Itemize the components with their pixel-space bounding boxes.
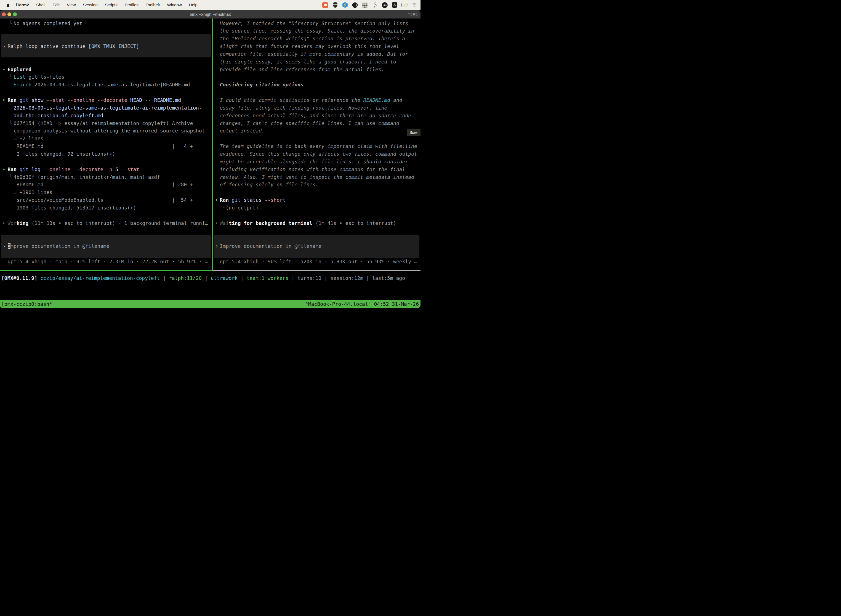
terminal-text-segment: ultrawork — [211, 275, 238, 281]
menu-item-help[interactable]: Help — [185, 0, 201, 10]
terminal-text-segment: this single essay, it seems like a good … — [220, 59, 396, 65]
terminal-text-segment: | turns:10 | session:12m | last:5m ago — [288, 275, 405, 281]
terminal-text-segment: | 54 + — [172, 197, 193, 203]
close-button[interactable] — [2, 12, 6, 16]
terminal-row: and-the-erosion-of-copyleft.md — [13, 112, 103, 119]
terminal-row: However, I noticed the "Directory Struct… — [220, 20, 408, 27]
tmux-pane-divider[interactable] — [212, 19, 213, 270]
terminal-row: 2026-03-09-is-legal-the-same-as-legitima… — [13, 104, 202, 112]
terminal-row: README.md — [16, 181, 44, 189]
menu-item-profiles[interactable]: Profiles — [121, 0, 142, 10]
terminal-content[interactable]: └No agents completed yet›Ralph loop acti… — [0, 19, 420, 270]
screen-share-overlay-button[interactable]: Scre — [407, 129, 420, 136]
apple-menu-icon[interactable] — [4, 3, 12, 7]
terminal-row: might be acceptable alongside the file l… — [220, 158, 408, 166]
terminal-text-segment: 067f154 (HEAD -> essay/ai-reimplementati… — [13, 120, 193, 126]
terminal-row: this single essay, it seems like a good … — [220, 58, 396, 66]
terminal-text-segment: essay file, along with finding root file… — [220, 105, 387, 111]
terminal-row: • — [215, 196, 218, 204]
terminal-text-segment: Ran — [8, 97, 17, 103]
terminal-text-segment: Wor — [8, 220, 17, 226]
terminal-row: 4b9d30f (origin/main, instructkr/main, m… — [13, 173, 160, 181]
a-square-icon[interactable]: A — [392, 2, 397, 8]
terminal-text-segment: … +2 lines — [13, 135, 43, 141]
hex-bolt-icon[interactable]: ⚡ — [342, 2, 348, 8]
terminal-row: └ — [9, 119, 12, 127]
menu-item-shell[interactable]: Shell — [32, 0, 49, 10]
wifi-icon[interactable] — [412, 2, 417, 8]
terminal-text-segment: and — [390, 97, 402, 103]
menu-item-iterm2[interactable]: iTerm2 — [12, 0, 32, 10]
menu-item-scripts[interactable]: Scripts — [101, 0, 121, 10]
terminal-row: output instead. — [220, 127, 265, 135]
terminal-text-segment: I — [8, 243, 11, 249]
squiggle-icon[interactable] — [372, 2, 378, 8]
terminal-text-segment: including verification notes with those … — [220, 166, 405, 172]
terminal-text-segment: Ran — [8, 166, 17, 172]
terminal-text-segment: › — [3, 243, 6, 249]
terminal-text-segment: • — [3, 220, 6, 226]
window-title-bar[interactable]: omx --xhigh --madmax ⌥⌘1 — [0, 10, 420, 19]
dots-grid-icon[interactable] — [362, 2, 368, 8]
menu-item-toolbelt[interactable]: Toolbelt — [142, 0, 164, 10]
terminal-text-segment: 2026-03-09-is-legal-the-same-as-legitima… — [13, 105, 202, 111]
terminal-text-segment: status — [240, 197, 262, 203]
terminal-text-segment: git — [16, 166, 28, 172]
omx-footer-status: [OMX#0.11.9] cczip/essay/ai-reimplementa… — [0, 273, 420, 289]
terminal-row: 2 files changed, 92 insertions(+) — [16, 150, 115, 158]
menu-item-view[interactable]: View — [63, 0, 79, 10]
terminal-row: 067f154 (HEAD -> essay/ai-reimplementati… — [13, 119, 193, 127]
terminal-text-segment: git — [16, 97, 28, 103]
omx-status-line: [OMX#0.11.9] cczip/essay/ai-reimplementa… — [1, 274, 405, 282]
terminal-text-segment: └ — [9, 74, 12, 80]
shield-grid-icon[interactable] — [332, 2, 338, 8]
terminal-row: | 280 + — [172, 181, 193, 189]
terminal-text-segment: (11m 13s • esc to interrupt) · 1 backgro… — [28, 220, 208, 226]
terminal-text-segment: 5 — [112, 166, 119, 172]
screen-share-overlay-label: Scre — [409, 130, 418, 135]
window-title: omx --xhigh --madmax — [0, 12, 420, 16]
menu-item-edit[interactable]: Edit — [49, 0, 63, 10]
terminal-text-segment: references need actual files, and since … — [220, 113, 412, 119]
terminal-text-segment: ralph:11/20 — [169, 275, 202, 281]
terminal-text-segment: • — [3, 97, 6, 103]
terminal-text-segment: show — [28, 97, 43, 103]
battery-icon[interactable]: ⚡ — [401, 2, 407, 8]
terminal-text-segment: the "Related research writing" section i… — [220, 35, 405, 41]
terminal-row: companion file, especially if more comme… — [220, 50, 408, 58]
terminal-row: src/voice/voiceModeEnabled.ts — [16, 196, 103, 204]
terminal-row: changes, I can't cite specific file line… — [220, 119, 399, 127]
messages-icon[interactable] — [322, 2, 328, 8]
menu-item-session[interactable]: Session — [79, 0, 101, 10]
terminal-text-segment: --stat --oneline --decorate — [44, 97, 127, 103]
menu-item-window[interactable]: Window — [164, 0, 185, 10]
terminal-text-segment: mprove documentation in @filename — [10, 243, 109, 249]
terminal-row: 1903 files changed, 513517 insertions(+) — [16, 204, 136, 212]
crescent-icon[interactable] — [352, 2, 358, 8]
terminal-text-segment: README.md — [16, 143, 44, 149]
badge-61-icon[interactable]: ..61 — [382, 2, 388, 8]
terminal-row: Ran git log --oneline --decorate -n 5 --… — [8, 166, 139, 173]
tmux-session-label[interactable]: [omx-cczip0:bash* — [0, 301, 52, 307]
terminal-text-segment: • — [3, 66, 6, 72]
terminal-text-segment: log — [28, 166, 40, 172]
menu-status-icons: ⚡ ..61 A ⚡ — [322, 2, 420, 8]
terminal-row: … +1901 lines — [13, 189, 53, 196]
terminal-row: I could cite commit statistics or refere… — [220, 96, 402, 104]
prompt-input-row: › — [215, 242, 218, 250]
terminal-text-segment: | — [237, 275, 247, 281]
working-status-row: Working (11m 13s • esc to interrupt) · 1… — [8, 219, 208, 227]
terminal-text-segment: › — [215, 243, 218, 249]
terminal-text-segment: README.md — [16, 182, 44, 188]
terminal-text-segment: Explored — [8, 66, 32, 72]
minimize-button[interactable] — [7, 12, 11, 16]
terminal-text-segment: No agents completed yet — [13, 21, 82, 26]
terminal-text-segment: | — [202, 275, 211, 281]
session-status-row: gpt-5.4 xhigh · main · 91% left · 2.31M … — [8, 258, 208, 265]
zoom-button[interactable] — [13, 12, 17, 16]
terminal-text-segment: The team guideline is to back every impo… — [220, 143, 417, 149]
terminal-text-segment: team:1 workers — [247, 275, 289, 281]
terminal-text-segment: changes, I can't cite specific file line… — [220, 120, 399, 126]
terminal-row: of focusing solely on file lines. — [220, 181, 319, 189]
terminal-text-segment: Considering citation options — [220, 82, 303, 88]
